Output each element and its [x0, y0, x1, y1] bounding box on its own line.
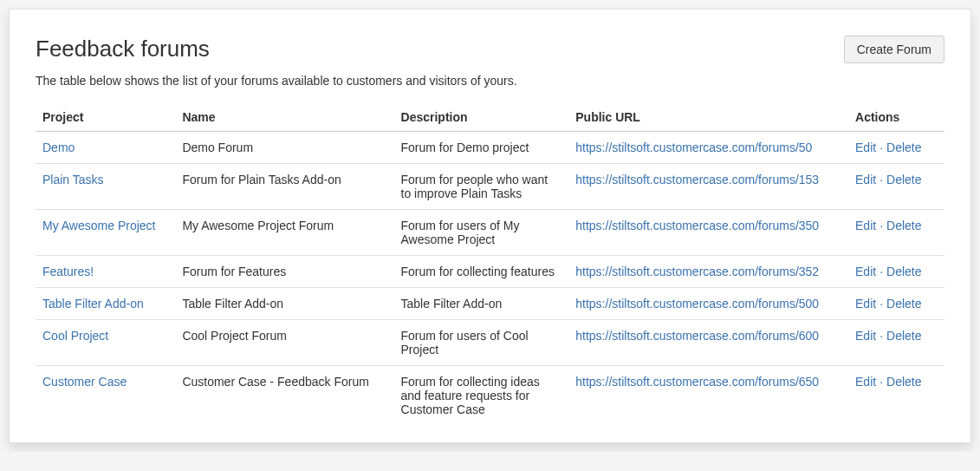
forum-description: Forum for users of My Awesome Project — [394, 210, 569, 256]
delete-link[interactable]: Delete — [886, 141, 921, 154]
action-separator: · — [876, 141, 886, 154]
header-public-url: Public URL — [568, 103, 848, 132]
public-url-link[interactable]: https://stiltsoft.customercase.com/forum… — [575, 329, 819, 343]
public-url-link[interactable]: https://stiltsoft.customercase.com/forum… — [575, 375, 819, 389]
page-title: Feedback forums — [36, 36, 210, 62]
table-row: Customer CaseCustomer Case - Feedback Fo… — [36, 366, 944, 426]
delete-link[interactable]: Delete — [886, 219, 921, 232]
header-description: Description — [394, 103, 569, 132]
row-actions: Edit·Delete — [848, 210, 944, 256]
header-row: Feedback forums Create Forum — [36, 36, 944, 63]
action-separator: · — [876, 375, 886, 389]
edit-link[interactable]: Edit — [855, 265, 876, 278]
project-link[interactable]: Plain Tasks — [42, 173, 104, 186]
public-url-link[interactable]: https://stiltsoft.customercase.com/forum… — [575, 297, 819, 311]
project-link[interactable]: My Awesome Project — [42, 219, 155, 232]
project-link[interactable]: Features! — [42, 265, 94, 278]
table-header-row: Project Name Description Public URL Acti… — [36, 103, 944, 132]
row-actions: Edit·Delete — [848, 288, 944, 320]
public-url-link[interactable]: https://stiltsoft.customercase.com/forum… — [575, 141, 812, 154]
header-project: Project — [36, 103, 175, 132]
delete-link[interactable]: Delete — [886, 329, 921, 343]
public-url-link[interactable]: https://stiltsoft.customercase.com/forum… — [575, 219, 819, 232]
forums-card: Feedback forums Create Forum The table b… — [9, 9, 971, 443]
forum-name: Cool Project Forum — [175, 320, 393, 366]
delete-link[interactable]: Delete — [886, 375, 921, 389]
table-row: Plain TasksForum for Plain Tasks Add-onF… — [36, 164, 944, 210]
project-link[interactable]: Cool Project — [42, 329, 108, 343]
forums-table: Project Name Description Public URL Acti… — [36, 103, 944, 425]
edit-link[interactable]: Edit — [855, 141, 876, 154]
row-actions: Edit·Delete — [848, 164, 944, 210]
table-row: Cool ProjectCool Project ForumForum for … — [36, 320, 944, 366]
action-separator: · — [876, 329, 886, 343]
forum-description: Forum for collecting features — [394, 256, 569, 288]
edit-link[interactable]: Edit — [855, 329, 876, 343]
delete-link[interactable]: Delete — [886, 265, 921, 278]
forum-description: Forum for collecting ideas and feature r… — [394, 366, 569, 426]
delete-link[interactable]: Delete — [886, 173, 921, 186]
project-link[interactable]: Table Filter Add-on — [42, 297, 144, 311]
edit-link[interactable]: Edit — [855, 375, 876, 389]
project-link[interactable]: Customer Case — [42, 375, 127, 389]
row-actions: Edit·Delete — [848, 320, 944, 366]
project-link[interactable]: Demo — [42, 141, 75, 154]
forum-description: Forum for users of Cool Project — [394, 320, 569, 366]
intro-text: The table below shows the list of your f… — [36, 74, 944, 88]
action-separator: · — [876, 297, 886, 311]
action-separator: · — [876, 265, 886, 278]
table-row: DemoDemo ForumForum for Demo projecthttp… — [36, 132, 944, 164]
forum-name: Forum for Plain Tasks Add-on — [175, 164, 393, 210]
forum-description: Forum for Demo project — [394, 132, 569, 164]
forum-name: Customer Case - Feedback Forum — [175, 366, 393, 426]
action-separator: · — [876, 173, 886, 186]
row-actions: Edit·Delete — [848, 256, 944, 288]
forum-description: Table Filter Add-on — [394, 288, 569, 320]
header-actions: Actions — [848, 103, 944, 132]
forum-name: My Awesome Project Forum — [175, 210, 393, 256]
forum-name: Table Filter Add-on — [175, 288, 393, 320]
forum-description: Forum for people who want to improve Pla… — [394, 164, 569, 210]
header-name: Name — [175, 103, 393, 132]
public-url-link[interactable]: https://stiltsoft.customercase.com/forum… — [575, 265, 819, 278]
edit-link[interactable]: Edit — [855, 219, 876, 232]
forum-name: Demo Forum — [175, 132, 393, 164]
edit-link[interactable]: Edit — [855, 297, 876, 311]
row-actions: Edit·Delete — [848, 132, 944, 164]
create-forum-button[interactable]: Create Forum — [844, 36, 944, 63]
public-url-link[interactable]: https://stiltsoft.customercase.com/forum… — [575, 173, 819, 186]
forum-name: Forum for Features — [175, 256, 393, 288]
row-actions: Edit·Delete — [848, 366, 944, 426]
table-row: Features!Forum for FeaturesForum for col… — [36, 256, 944, 288]
table-row: My Awesome ProjectMy Awesome Project For… — [36, 210, 944, 256]
edit-link[interactable]: Edit — [855, 173, 876, 186]
action-separator: · — [876, 219, 886, 232]
table-row: Table Filter Add-onTable Filter Add-onTa… — [36, 288, 944, 320]
delete-link[interactable]: Delete — [886, 297, 921, 311]
